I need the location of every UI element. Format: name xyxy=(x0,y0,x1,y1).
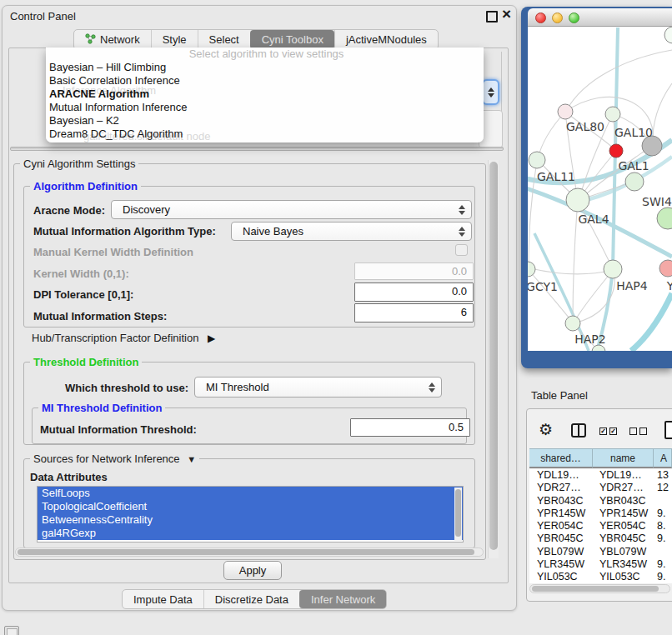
show-columns-icon[interactable] xyxy=(571,423,586,438)
column-header-name[interactable]: name xyxy=(593,448,654,468)
table-settings-gear-icon[interactable]: ⚙ xyxy=(539,421,553,439)
cell-name: YDR27… xyxy=(593,482,653,494)
table-row[interactable]: YBR045CYBR045C9. xyxy=(529,532,672,545)
scrollbar-thumb[interactable] xyxy=(532,586,659,592)
tab-cyni-toolbox[interactable]: Cyni Toolbox xyxy=(250,30,334,49)
cell-shared-name: YDL19… xyxy=(529,469,593,482)
dropdown-option[interactable]: Dream8 DC_TDC Algorithm xyxy=(46,128,484,141)
network-node-gal80[interactable] xyxy=(558,104,573,119)
close-panel-icon[interactable]: × xyxy=(502,5,511,23)
dropdown-option-highlighted[interactable]: ARACNE Algorithm xyxy=(46,88,484,101)
window-zoom-button[interactable] xyxy=(569,12,579,23)
network-canvas[interactable]: GAL80 GAL10 GAL1 GAL11 SWI4 GAL4 GCY1 HA… xyxy=(528,27,672,351)
node-label: GAL1 xyxy=(618,159,649,172)
apply-button[interactable]: Apply xyxy=(223,561,282,580)
list-vertical-scrollbar[interactable] xyxy=(454,488,462,541)
mi-algorithm-type-combo[interactable]: Naive Bayes xyxy=(231,222,472,241)
dropdown-option[interactable]: Basic Correlation Inference xyxy=(46,74,484,88)
table-rows: YDL19…YDL19…13 YDR27…YDR27…12 YBR043CYBR… xyxy=(529,469,672,583)
tab-jactivemnodules[interactable]: jActiveMNodules xyxy=(334,30,438,49)
attribute-item-selected[interactable]: SelfLoops xyxy=(38,487,463,500)
tab-network[interactable]: Network xyxy=(74,30,151,49)
float-panel-icon[interactable] xyxy=(486,11,498,22)
cell-shared-name: YBL079W xyxy=(529,546,593,558)
cell-extra: 8. xyxy=(653,520,669,532)
cell-shared-name: YER054C xyxy=(529,520,593,532)
table-row[interactable]: YLR345WYLR345W9. xyxy=(529,558,672,571)
cell-shared-name: YBR045C xyxy=(529,532,593,545)
cell-shared-name: YDR27… xyxy=(529,482,593,494)
dropdown-placeholder: Select algorithm to view settings xyxy=(46,48,484,61)
network-node-gal4[interactable] xyxy=(566,188,589,212)
network-edge xyxy=(566,50,672,111)
hub-definition-expander[interactable]: Hub/Transcription Factor Definition ▶ xyxy=(32,332,215,344)
mi-steps-label: Mutual Information Steps: xyxy=(33,310,167,322)
sources-title-label: Sources for Network Inference xyxy=(33,452,180,465)
column-header-partial[interactable]: A xyxy=(654,448,672,468)
tab-discretize-data[interactable]: Discretize Data xyxy=(203,590,299,608)
network-graph: GAL80 GAL10 GAL1 GAL11 SWI4 GAL4 GCY1 HA… xyxy=(528,27,672,351)
dpi-tolerance-field[interactable]: 0.0 xyxy=(354,282,474,302)
node-label: GAL80 xyxy=(566,120,604,133)
deselect-all-columns-icon[interactable] xyxy=(629,428,647,435)
dropdown-option[interactable]: Bayesian – Hill Climbing xyxy=(46,61,484,74)
window-close-button[interactable] xyxy=(535,12,546,23)
table-row[interactable]: YDR27…YDR27…12 xyxy=(529,482,672,494)
dropdown-option[interactable]: Bayesian – K2 xyxy=(46,114,484,128)
network-node-partial[interactable] xyxy=(664,27,672,43)
network-node-hap2[interactable] xyxy=(565,316,580,331)
table-row[interactable]: YPR145WYPR145W9. xyxy=(529,508,672,520)
section-splitter[interactable] xyxy=(10,147,504,151)
tab-infer-network[interactable]: Infer Network xyxy=(299,590,386,608)
attribute-item-selected[interactable]: TopologicalCoefficient xyxy=(38,500,463,513)
algorithm-combo-stepper[interactable] xyxy=(482,79,499,105)
kernel-width-field[interactable]: 0.0 xyxy=(354,262,474,280)
scrollbar-thumb[interactable] xyxy=(455,489,461,537)
table-row[interactable]: YER054CYER054C8. xyxy=(529,520,672,532)
network-window-titlebar[interactable] xyxy=(528,8,672,27)
data-attributes-list: SelfLoops TopologicalCoefficient Between… xyxy=(37,486,464,542)
mi-threshold-field[interactable]: 0.5 xyxy=(350,418,470,437)
scrollbar-thumb[interactable] xyxy=(489,162,498,550)
mi-steps-field[interactable]: 6 xyxy=(354,303,474,322)
sources-group-title[interactable]: Sources for Network Inference ▼ xyxy=(30,452,199,465)
new-table-icon[interactable] xyxy=(664,421,672,439)
which-threshold-value: MI Threshold xyxy=(195,381,428,393)
network-node-hap4[interactable] xyxy=(604,260,622,278)
select-all-columns-icon[interactable]: ✓ ✓ xyxy=(599,428,617,435)
table-row[interactable]: YIL053CYIL053C9. xyxy=(529,571,672,583)
table-row[interactable]: YBL079WYBL079W xyxy=(529,546,672,558)
cell-name: YPR145W xyxy=(593,508,653,520)
table-horizontal-scrollbar[interactable] xyxy=(529,584,670,593)
settings-horizontal-scrollbar[interactable] xyxy=(15,548,484,557)
network-edge xyxy=(652,83,672,145)
table-row[interactable]: YBR043CYBR043C xyxy=(529,495,672,508)
network-node-gal1-selected[interactable] xyxy=(609,144,623,158)
network-node-unlabeled[interactable] xyxy=(657,208,672,229)
tab-impute-data[interactable]: Impute Data xyxy=(123,590,203,608)
dropdown-option[interactable]: Mutual Information Inference xyxy=(46,101,484,114)
attribute-item-selected[interactable]: BetweennessCentrality xyxy=(38,513,463,527)
tab-style[interactable]: Style xyxy=(151,30,198,49)
tab-select[interactable]: Select xyxy=(198,30,250,49)
network-node-gal10[interactable] xyxy=(605,107,620,122)
column-header-shared-name[interactable]: shared… xyxy=(529,448,593,468)
network-node-y[interactable] xyxy=(659,260,672,277)
network-node-swi4[interactable] xyxy=(625,172,644,191)
attribute-item-selected[interactable]: gal4RGexp xyxy=(38,527,463,540)
aracne-mode-combo[interactable]: Discovery xyxy=(111,200,472,219)
control-panel-title: Control Panel xyxy=(10,10,76,22)
cell-shared-name: YLR345W xyxy=(529,558,593,571)
minimized-panel-icon[interactable] xyxy=(4,626,19,635)
cell-shared-name: YIL053C xyxy=(529,571,593,583)
network-node-gcy1[interactable] xyxy=(528,262,535,277)
window-minimize-button[interactable] xyxy=(552,12,563,23)
settings-vertical-scrollbar[interactable] xyxy=(488,160,499,558)
table-row[interactable]: YDL19…YDL19…13 xyxy=(529,469,672,482)
scrollbar-thumb[interactable] xyxy=(18,549,474,555)
expander-down-icon: ▼ xyxy=(187,454,196,464)
cell-name: YIL053C xyxy=(593,571,653,583)
network-node-gal11[interactable] xyxy=(529,152,545,168)
manual-kernel-checkbox[interactable] xyxy=(455,244,468,256)
which-threshold-combo[interactable]: MI Threshold xyxy=(194,377,442,398)
